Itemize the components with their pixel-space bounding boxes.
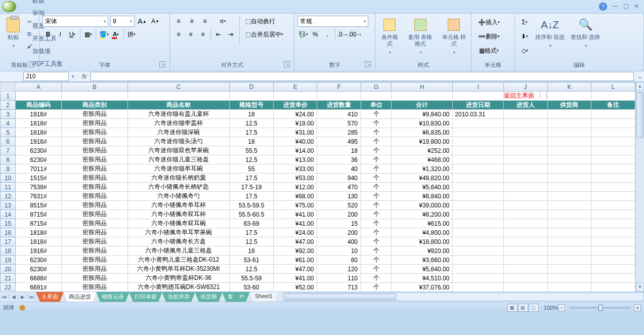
cell[interactable]: 个 xyxy=(361,219,392,228)
cell[interactable]: 密胺用品 xyxy=(61,146,127,155)
restore-icon[interactable]: ▢ xyxy=(623,3,629,11)
column-header[interactable]: G xyxy=(361,82,392,92)
cell[interactable]: ¥9,840.00 xyxy=(392,110,453,119)
cell[interactable]: ¥41.00 xyxy=(273,219,317,228)
sheet-tab[interactable]: 客 户 xyxy=(222,292,250,302)
underline-button[interactable]: U▾ xyxy=(67,29,78,40)
formula-expand-icon[interactable]: ⌄ xyxy=(636,73,644,80)
cell[interactable]: 六奇迷你猫头汤勺 xyxy=(127,137,229,146)
cell[interactable]: ¥52.00 xyxy=(273,283,317,292)
row-header[interactable]: 6 xyxy=(1,137,16,146)
border-button[interactable]: ▦▾ xyxy=(82,29,94,40)
cell[interactable]: 密胺用品 xyxy=(61,237,127,246)
cell[interactable]: ¥18,800.00 xyxy=(392,237,453,246)
sheet-tab[interactable]: Sheet1 xyxy=(249,292,278,302)
cell[interactable]: 15 xyxy=(317,219,361,228)
cell[interactable] xyxy=(547,210,591,219)
cell[interactable]: 495 xyxy=(317,137,361,146)
format-painter-icon[interactable]: 🖌 xyxy=(24,41,34,51)
cell[interactable] xyxy=(453,183,504,192)
cell[interactable]: 个 xyxy=(361,274,392,283)
cell[interactable]: 12.5 xyxy=(230,265,274,274)
sort-filter-button[interactable]: A↓Z排序和 筛选 xyxy=(533,16,567,50)
cell[interactable]: 6230# xyxy=(16,155,62,164)
sheet-tab[interactable]: 供货商 xyxy=(195,292,223,302)
accounting-format-icon[interactable]: 💱▾ xyxy=(297,29,309,40)
cell[interactable]: 个 xyxy=(361,210,392,219)
cell[interactable] xyxy=(453,219,504,228)
cell[interactable]: 18 xyxy=(230,246,274,256)
cell[interactable] xyxy=(504,137,548,146)
cell[interactable] xyxy=(547,183,591,192)
cell[interactable]: 53-60 xyxy=(230,283,274,292)
cell[interactable]: 密胺用品 xyxy=(61,201,127,210)
cell[interactable]: 200 xyxy=(317,210,361,219)
cell[interactable]: 密胺用品 xyxy=(61,246,127,256)
cell[interactable]: 1515# xyxy=(16,174,62,183)
column-header[interactable]: C xyxy=(127,82,229,92)
cell[interactable]: 密胺用品 xyxy=(61,174,127,183)
cell[interactable]: ¥53.00 xyxy=(273,174,317,183)
autosum-button[interactable]: Σ ▾ xyxy=(519,17,530,28)
cell[interactable]: 个 xyxy=(361,228,392,237)
cell[interactable]: ¥3,660.00 xyxy=(392,256,453,265)
table-header-cell[interactable]: 商品编码 xyxy=(16,101,62,110)
cell[interactable]: 1916# xyxy=(16,246,62,256)
cell[interactable]: ¥8,200.00 xyxy=(392,210,453,219)
cell[interactable]: 密胺用品 xyxy=(61,256,127,265)
increase-decimal-icon[interactable]: .0→ xyxy=(337,29,349,40)
cell[interactable]: 六奇小猪佩奇长柄铲匙 xyxy=(127,183,229,192)
cell[interactable]: ¥12.00 xyxy=(273,183,317,192)
cell[interactable] xyxy=(453,228,504,237)
insert-cells-button[interactable]: ➕ 插入 ▾ xyxy=(476,17,502,28)
cell[interactable]: 200 xyxy=(317,228,361,237)
table-header-cell[interactable]: 商品类别 xyxy=(61,101,127,110)
table-header-cell[interactable]: 进货单价 xyxy=(273,101,317,110)
sheet-nav-last-icon[interactable]: ⏭ xyxy=(27,294,36,300)
cell[interactable]: 53.5-59.5 xyxy=(230,201,274,210)
cell[interactable]: 六奇迷你猫带盖杯 xyxy=(127,119,229,128)
cell[interactable]: ¥19,800.00 xyxy=(392,137,453,146)
cell[interactable]: 密胺用品 xyxy=(61,192,127,201)
cell[interactable]: 个 xyxy=(361,192,392,201)
zoom-out-icon[interactable]: − xyxy=(558,304,565,311)
cell[interactable] xyxy=(273,92,317,101)
italic-button[interactable]: I xyxy=(55,29,66,40)
sheet-nav-next-icon[interactable]: ▶ xyxy=(18,294,27,300)
cell[interactable] xyxy=(547,146,591,155)
column-header[interactable]: J xyxy=(504,82,548,92)
cell[interactable]: 940 xyxy=(317,174,361,183)
cell[interactable] xyxy=(453,92,504,101)
fx-icon[interactable]: fx xyxy=(78,73,91,80)
cell[interactable]: 410 xyxy=(317,110,361,119)
cell[interactable] xyxy=(547,164,591,174)
cell[interactable] xyxy=(453,201,504,210)
dialog-launcher-icon[interactable]: ↘ xyxy=(29,61,35,67)
cell[interactable] xyxy=(504,210,548,219)
row-header[interactable]: 14 xyxy=(1,210,16,219)
cell[interactable] xyxy=(504,155,548,164)
column-header[interactable]: F xyxy=(317,82,361,92)
row-header[interactable]: 2 xyxy=(1,101,16,110)
cell[interactable]: 285 xyxy=(317,128,361,137)
cell[interactable] xyxy=(591,283,635,292)
percent-format-icon[interactable]: % xyxy=(310,29,321,40)
column-header[interactable]: K xyxy=(547,82,591,92)
cell[interactable]: 53-61 xyxy=(230,256,274,265)
decrease-font-icon[interactable]: A▼ xyxy=(150,16,161,27)
cell[interactable] xyxy=(453,164,504,174)
row-header[interactable]: 13 xyxy=(1,201,16,210)
cell[interactable] xyxy=(591,146,635,155)
cell[interactable]: 17.5 xyxy=(230,228,274,237)
cell[interactable]: ¥5,640.00 xyxy=(392,265,453,274)
cell[interactable]: 六奇小黄鸭翅耳碗DK-SW6321 xyxy=(127,283,229,292)
cell[interactable]: 36 xyxy=(317,155,361,164)
column-header[interactable]: A xyxy=(16,82,62,92)
cell[interactable]: 个 xyxy=(361,183,392,192)
cell[interactable]: 个 xyxy=(361,164,392,174)
cell[interactable] xyxy=(504,228,548,237)
cell[interactable]: ¥14.00 xyxy=(273,146,317,155)
cell[interactable]: 6688# xyxy=(16,274,62,283)
cell[interactable]: 10 xyxy=(317,246,361,256)
cell[interactable]: ¥19.00 xyxy=(273,119,317,128)
